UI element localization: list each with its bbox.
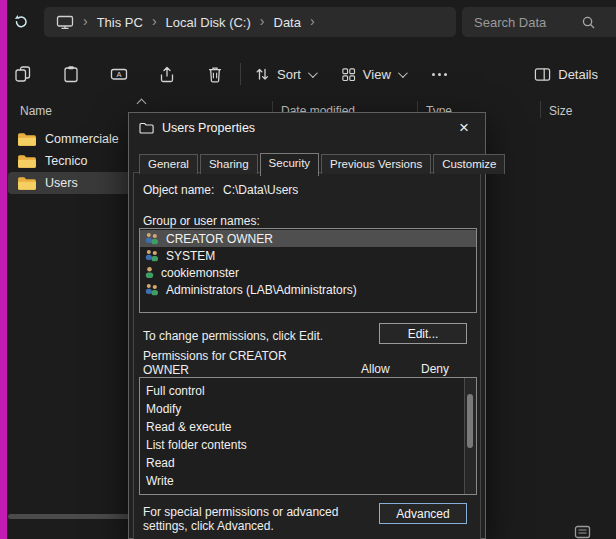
edit-button[interactable]: Edit... xyxy=(379,323,467,344)
group-list-label: Group or user names: xyxy=(143,214,260,228)
sort-label: Sort xyxy=(277,67,301,82)
sort-button[interactable]: Sort xyxy=(254,66,315,82)
share-icon xyxy=(158,65,176,83)
folder-icon xyxy=(17,132,36,147)
permission-row-modify[interactable]: Modify xyxy=(140,400,476,418)
copy-icon xyxy=(14,65,32,83)
permissions-listbox[interactable]: Full control Modify Read & execute List … xyxy=(139,377,477,495)
rename-button[interactable]: A xyxy=(108,61,130,87)
details-label: Details xyxy=(558,67,598,82)
share-button[interactable] xyxy=(156,61,178,87)
object-name-label: Object name: xyxy=(143,183,214,197)
sort-ascending-icon xyxy=(137,99,147,109)
file-name: Tecnico xyxy=(45,154,87,168)
group-row-cookiemonster[interactable]: cookiemonster xyxy=(140,264,476,281)
permission-name: Write xyxy=(146,474,174,488)
breadcrumb-this-pc[interactable]: This PC xyxy=(97,15,143,30)
permission-name: Modify xyxy=(146,402,181,416)
breadcrumb-chevron-icon: › xyxy=(83,14,88,28)
breadcrumb-chevron-icon[interactable]: › xyxy=(260,14,265,28)
ellipsis-icon xyxy=(432,73,447,76)
permission-row-full-control[interactable]: Full control xyxy=(140,382,476,400)
breadcrumb-chevron-icon[interactable]: › xyxy=(310,14,315,28)
chevron-down-icon xyxy=(308,68,318,78)
users-properties-dialog: Users Properties × General Sharing Secur… xyxy=(128,112,486,539)
refresh-button[interactable] xyxy=(9,10,33,34)
dialog-tabs: General Sharing Security Previous Versio… xyxy=(139,153,505,174)
permission-name: Read xyxy=(146,456,175,470)
breadcrumb-chevron-icon[interactable]: › xyxy=(152,14,157,28)
group-name: cookiemonster xyxy=(161,266,239,280)
toolbar: A Sort xyxy=(0,54,616,94)
delete-button[interactable] xyxy=(204,61,226,87)
group-row-system[interactable]: SYSTEM xyxy=(140,247,476,264)
two-people-icon xyxy=(144,249,160,262)
details-button[interactable]: Details xyxy=(534,67,598,82)
permissions-label: Permissions for CREATOR OWNER xyxy=(143,349,303,377)
permission-name: List folder contents xyxy=(146,438,247,452)
permission-row-list-folder-contents[interactable]: List folder contents xyxy=(140,436,476,454)
address-bar[interactable]: › This PC › Local Disk (C:) › Data › xyxy=(44,7,456,37)
permission-name: Full control xyxy=(146,384,205,398)
scrollbar-thumb[interactable] xyxy=(467,394,473,448)
details-panel-icon xyxy=(534,67,551,82)
two-people-icon xyxy=(144,232,160,245)
close-icon[interactable]: × xyxy=(453,117,475,139)
sort-icon xyxy=(254,66,270,82)
group-user-listbox[interactable]: CREATOR OWNER SYSTEM cookiemonster xyxy=(139,228,477,313)
deny-column-label: Deny xyxy=(421,362,449,376)
folder-icon xyxy=(17,154,36,169)
search-icon xyxy=(581,15,596,30)
dialog-title-bar[interactable]: Users Properties × xyxy=(129,113,485,143)
folder-icon xyxy=(17,176,36,191)
screen: › This PC › Local Disk (C:) › Data › Sea… xyxy=(0,0,616,539)
permission-row-read[interactable]: Read xyxy=(140,454,476,472)
permission-row-write[interactable]: Write xyxy=(140,472,476,490)
permission-name: Read & execute xyxy=(146,420,231,434)
search-placeholder: Search Data xyxy=(474,15,546,30)
column-size[interactable]: Size xyxy=(549,104,572,118)
group-name: SYSTEM xyxy=(166,249,215,263)
group-row-creator-owner[interactable]: CREATOR OWNER xyxy=(140,230,476,247)
two-people-icon xyxy=(144,283,160,296)
rename-icon: A xyxy=(110,65,128,83)
paste-button[interactable] xyxy=(60,61,82,87)
tab-security[interactable]: Security xyxy=(260,153,320,176)
tab-customize[interactable]: Customize xyxy=(433,154,505,174)
view-button[interactable]: View xyxy=(341,67,405,82)
view-icon xyxy=(341,67,356,82)
paste-icon xyxy=(62,65,80,83)
refresh-icon xyxy=(12,13,30,31)
view-toggle-icon[interactable] xyxy=(574,525,592,539)
computer-icon xyxy=(56,15,74,30)
search-input[interactable]: Search Data xyxy=(462,7,616,37)
breadcrumb-local-disk[interactable]: Local Disk (C:) xyxy=(166,15,251,30)
group-name: CREATOR OWNER xyxy=(166,232,273,246)
permission-row-read-execute[interactable]: Read & execute xyxy=(140,418,476,436)
group-name: Administrators (LAB\Administrators) xyxy=(166,283,357,297)
more-button[interactable] xyxy=(429,61,451,87)
tab-previous-versions[interactable]: Previous Versions xyxy=(321,154,431,174)
allow-column-label: Allow xyxy=(361,362,390,376)
permissions-scrollbar[interactable] xyxy=(464,378,476,494)
advanced-button[interactable]: Advanced xyxy=(379,503,467,524)
tab-general[interactable]: General xyxy=(139,154,198,174)
toolbar-divider xyxy=(240,63,241,85)
properties-folder-icon xyxy=(139,122,154,134)
person-icon xyxy=(144,266,155,279)
breadcrumb-data[interactable]: Data xyxy=(274,15,301,30)
group-row-administrators[interactable]: Administrators (LAB\Administrators) xyxy=(140,281,476,298)
column-name[interactable]: Name xyxy=(20,104,52,118)
chevron-down-icon xyxy=(398,68,408,78)
column-divider[interactable] xyxy=(540,101,541,118)
edit-hint: To change permissions, click Edit. xyxy=(143,329,323,343)
file-name: Users xyxy=(45,176,78,190)
dialog-title: Users Properties xyxy=(162,121,255,135)
view-label: View xyxy=(363,67,391,82)
tab-sharing[interactable]: Sharing xyxy=(200,154,258,174)
advanced-hint: For special permissions or advanced sett… xyxy=(143,505,375,533)
svg-text:A: A xyxy=(116,70,121,79)
trash-icon xyxy=(206,65,224,83)
object-name-value: C:\Data\Users xyxy=(223,183,298,197)
copy-button[interactable] xyxy=(12,61,34,87)
